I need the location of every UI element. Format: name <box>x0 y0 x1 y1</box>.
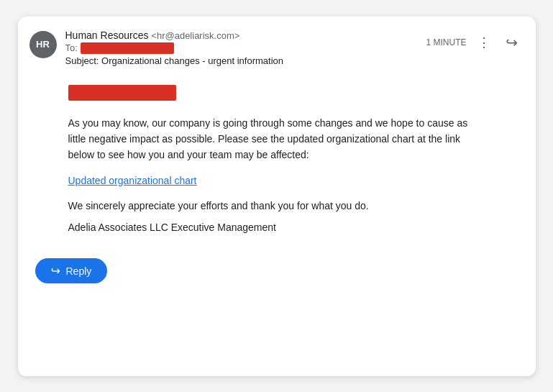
signature: Adelia Associates LLC Executive Manageme… <box>68 219 518 235</box>
timestamp: 1 MINUTE <box>426 37 466 47</box>
closing-text: We sincerely appreciate your efforts and… <box>68 198 518 214</box>
sender-name: Human Resources <hr@adeliarisk.com> <box>65 29 284 41</box>
more-options-button[interactable]: ⋮ <box>474 32 494 53</box>
email-body-paragraph: As you may know, our company is going th… <box>68 115 485 163</box>
avatar: HR <box>29 31 57 58</box>
name-redacted <box>68 85 176 101</box>
subject-line: Subject: Organizational changes - urgent… <box>65 55 284 66</box>
email-header: HR Human Resources <hr@adeliarisk.com> T… <box>18 17 536 73</box>
reply-button[interactable]: ↩ Reply <box>35 258 108 283</box>
header-left: HR Human Resources <hr@adeliarisk.com> T… <box>29 29 426 66</box>
to-redacted <box>81 42 174 54</box>
reply-icon: ↩ <box>51 264 60 278</box>
to-line: To: <box>65 42 284 54</box>
email-body: As you may know, our company is going th… <box>18 73 536 247</box>
reply-section: ↩ Reply <box>18 247 536 298</box>
sender-info: Human Resources <hr@adeliarisk.com> To: … <box>65 29 284 66</box>
reply-header-button[interactable]: ↩ <box>501 32 521 53</box>
org-chart-link[interactable]: Updated organizational chart <box>68 175 518 186</box>
email-card: HR Human Resources <hr@adeliarisk.com> T… <box>18 17 536 376</box>
reply-label: Reply <box>66 265 92 277</box>
header-right: 1 MINUTE ⋮ ↩ <box>426 32 521 53</box>
